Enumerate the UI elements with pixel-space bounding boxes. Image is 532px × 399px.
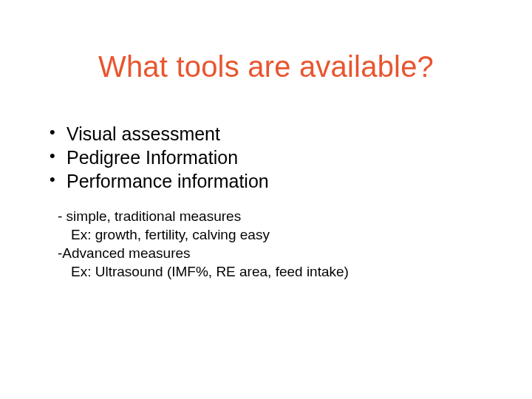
bullet-list: Visual assessment Pedigree Information P…	[47, 122, 491, 193]
sub-block: - simple, traditional measures Ex: growt…	[58, 207, 501, 281]
bullet-item: Performance information	[47, 169, 491, 193]
sub-line: Ex: growth, fertility, calving easy	[58, 225, 501, 244]
sub-line: Ex: Ultrasound (IMF%, RE area, feed inta…	[58, 262, 501, 281]
slide: What tools are available? Visual assessm…	[0, 0, 532, 399]
sub-line: - simple, traditional measures	[58, 207, 501, 225]
bullet-item: Visual assessment	[47, 122, 491, 146]
slide-title: What tools are available?	[0, 50, 532, 83]
sub-line: -Advanced measures	[58, 244, 501, 262]
bullet-item: Pedigree Information	[47, 146, 491, 169]
